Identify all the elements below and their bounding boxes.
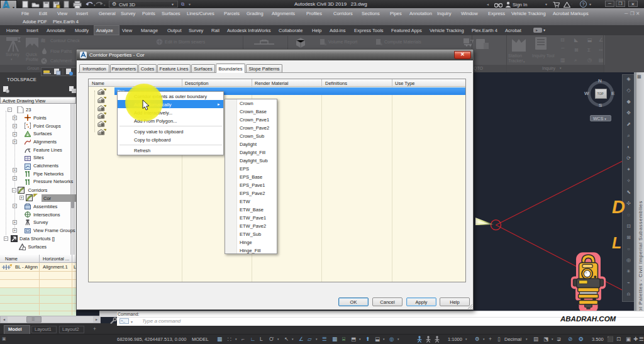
svg-text:▾: ▾: [94, 3, 96, 7]
svg-text:Tool Palettes - Civil Imperial: Tool Palettes - Civil Imperial Subassemb…: [638, 201, 643, 318]
svg-text:▾: ▾: [104, 3, 106, 7]
